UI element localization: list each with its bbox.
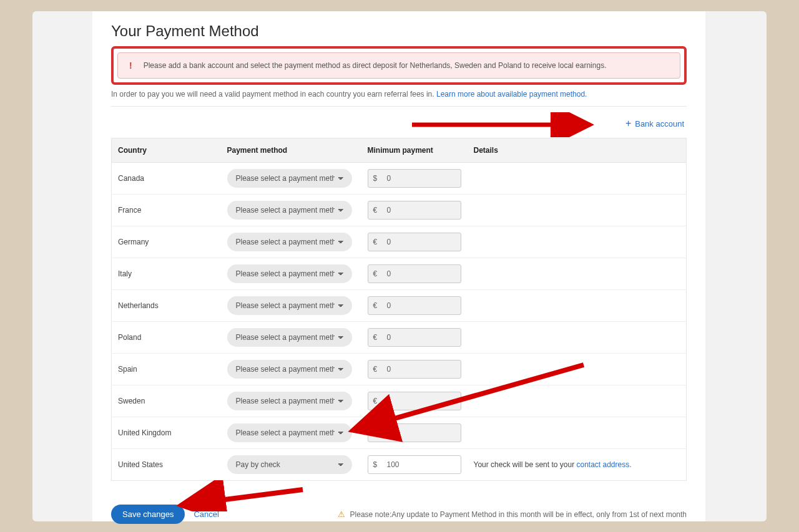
table-row: United KingdomPlease select a payment me… (112, 417, 687, 449)
min-payment-input[interactable]: €0 (368, 392, 461, 410)
method-cell: Please select a payment method (221, 258, 361, 290)
add-bank-account-link[interactable]: + Bank account (625, 118, 684, 129)
details-cell (468, 195, 687, 226)
details-cell (468, 417, 687, 449)
currency-symbol: € (373, 269, 382, 278)
table-row: FrancePlease select a payment method€0 (112, 195, 687, 226)
details-cell: Your check will be sent to your contact … (468, 449, 687, 481)
min-payment-input[interactable]: £0 (368, 423, 461, 442)
min-payment-cell: £0 (361, 417, 468, 449)
payment-method-select[interactable]: Please select a payment method (227, 423, 352, 442)
min-payment-input[interactable]: €0 (368, 233, 461, 251)
currency-symbol: € (373, 333, 382, 342)
country-cell: Canada (112, 163, 221, 195)
min-payment-value: 0 (387, 269, 456, 278)
country-cell: United States (112, 449, 221, 481)
page-backdrop: Your Payment Method ! Please add a bank … (32, 11, 767, 521)
country-cell: Poland (112, 322, 221, 354)
details-cell (468, 354, 687, 385)
min-payment-input[interactable]: €0 (368, 328, 461, 347)
min-payment-value: 0 (387, 238, 456, 246)
exclamation-icon: ! (129, 60, 132, 70)
min-payment-cell: €0 (361, 322, 468, 354)
currency-symbol: € (373, 397, 382, 405)
min-payment-cell: $100 (361, 449, 468, 481)
details-cell (468, 290, 687, 322)
country-cell: France (112, 195, 221, 226)
details-cell (468, 258, 687, 290)
min-payment-input[interactable]: $0 (368, 169, 461, 188)
payment-method-table: Country Payment method Minimum payment D… (111, 138, 687, 481)
country-cell: United Kingdom (112, 417, 221, 449)
payment-method-select[interactable]: Please select a payment method (227, 233, 352, 251)
currency-symbol: € (373, 238, 382, 246)
country-cell: Netherlands (112, 290, 221, 322)
alert-banner: ! Please add a bank account and select t… (117, 52, 680, 79)
details-cell (468, 163, 687, 195)
warning-icon: ⚠ (338, 510, 345, 519)
plus-icon: + (625, 118, 631, 129)
min-payment-value: 0 (387, 333, 456, 342)
country-cell: Spain (112, 354, 221, 385)
payment-method-select[interactable]: Please select a payment method (227, 264, 352, 283)
currency-symbol: € (373, 301, 382, 310)
min-payment-value: 0 (387, 206, 456, 215)
details-cell (468, 322, 687, 354)
method-cell: Pay by check (221, 449, 361, 481)
header-country: Country (112, 138, 221, 163)
table-row: GermanyPlease select a payment method€0 (112, 226, 687, 258)
details-cell (468, 226, 687, 258)
alert-text: Please add a bank account and select the… (144, 61, 607, 70)
footer-row: Save changes Cancel ⚠ Please note:Any up… (111, 505, 687, 524)
method-cell: Please select a payment method (221, 163, 361, 195)
country-cell: Italy (112, 258, 221, 290)
details-cell (468, 385, 687, 417)
method-cell: Please select a payment method (221, 322, 361, 354)
section-divider (111, 106, 687, 107)
currency-symbol: € (373, 206, 382, 215)
method-cell: Please select a payment method (221, 354, 361, 385)
min-payment-value: 0 (387, 397, 456, 405)
alert-highlight-box: ! Please add a bank account and select t… (111, 46, 687, 85)
min-payment-input[interactable]: €0 (368, 296, 461, 315)
page-title: Your Payment Method (111, 22, 687, 40)
payment-method-select[interactable]: Pay by check (227, 455, 352, 474)
table-row: SpainPlease select a payment method€0 (112, 354, 687, 385)
min-payment-cell: €0 (361, 226, 468, 258)
learn-more-link[interactable]: Learn more about available payment metho… (436, 90, 587, 99)
currency-symbol: € (373, 365, 382, 374)
min-payment-value: 0 (387, 301, 456, 310)
table-row: NetherlandsPlease select a payment metho… (112, 290, 687, 322)
footer-note-text: Please note:Any update to Payment Method… (350, 510, 687, 519)
save-button[interactable]: Save changes (111, 505, 185, 524)
info-prefix: In order to pay you we will need a valid… (111, 90, 436, 99)
payment-method-select[interactable]: Please select a payment method (227, 392, 352, 410)
min-payment-input[interactable]: €0 (368, 360, 461, 379)
min-payment-cell: €0 (361, 258, 468, 290)
details-text: Your check will be sent to your (474, 460, 577, 469)
currency-symbol: $ (373, 174, 382, 183)
min-payment-cell: €0 (361, 354, 468, 385)
header-details: Details (468, 138, 687, 163)
contact-address-link[interactable]: contact address. (576, 460, 631, 469)
min-payment-input[interactable]: €0 (368, 201, 461, 220)
header-min: Minimum payment (361, 138, 468, 163)
min-payment-cell: €0 (361, 290, 468, 322)
payment-method-select[interactable]: Please select a payment method (227, 201, 352, 220)
table-row: CanadaPlease select a payment method$0 (112, 163, 687, 195)
method-cell: Please select a payment method (221, 226, 361, 258)
min-payment-value: 0 (387, 365, 456, 374)
method-cell: Please select a payment method (221, 195, 361, 226)
payment-method-select[interactable]: Please select a payment method (227, 296, 352, 315)
min-payment-input[interactable]: $100 (368, 455, 461, 474)
country-cell: Sweden (112, 385, 221, 417)
payment-method-panel: Your Payment Method ! Please add a bank … (92, 11, 705, 521)
payment-method-select[interactable]: Please select a payment method (227, 360, 352, 379)
payment-method-select[interactable]: Please select a payment method (227, 328, 352, 347)
min-payment-value: 100 (387, 460, 456, 469)
payment-method-select[interactable]: Please select a payment method (227, 169, 352, 188)
currency-symbol: $ (373, 460, 382, 469)
header-method: Payment method (221, 138, 361, 163)
cancel-link[interactable]: Cancel (194, 510, 218, 519)
min-payment-input[interactable]: €0 (368, 264, 461, 283)
